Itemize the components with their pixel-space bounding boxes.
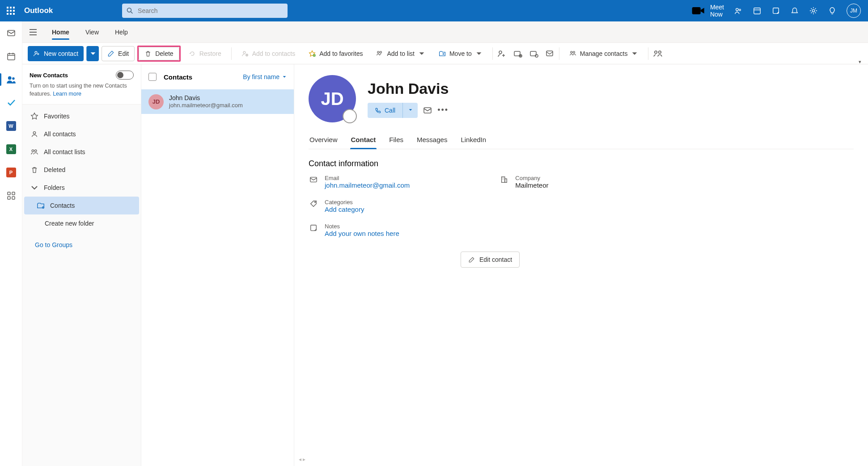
manage-contacts-button[interactable]: Manage contacts — [564, 46, 644, 61]
new-contact-dropdown[interactable] — [86, 46, 99, 61]
svg-rect-45 — [310, 177, 317, 182]
svg-rect-22 — [8, 197, 10, 199]
people-group-icon[interactable] — [653, 49, 663, 59]
go-to-groups-link[interactable]: Go to Groups — [22, 235, 141, 248]
contact-name: John Davis — [169, 94, 243, 102]
meet-now-button[interactable]: Meet Now — [691, 4, 724, 18]
sidebar-create-new-folder[interactable]: Create new folder — [24, 214, 139, 232]
contact-avatar: JD — [148, 94, 164, 109]
contact-list-pane: Contacts By first name JD John Davis joh… — [141, 64, 294, 466]
calendar-day-icon[interactable] — [753, 6, 762, 15]
sidebar-item-all-contact-lists[interactable]: All contact lists — [24, 143, 139, 161]
phone-icon — [375, 107, 381, 113]
add-notes-link[interactable]: Add your own notes here — [325, 230, 399, 237]
sort-button[interactable]: By first name — [243, 73, 287, 80]
select-all-checkbox[interactable] — [148, 73, 157, 81]
card-add-icon[interactable] — [513, 49, 522, 58]
restore-button: Restore — [183, 46, 227, 61]
trash-icon — [30, 166, 38, 174]
delete-button[interactable]: Delete — [139, 47, 179, 60]
detail-tab-contact[interactable]: Contact — [350, 136, 377, 149]
sidebar-item-all-contacts[interactable]: All contacts — [24, 125, 139, 143]
notifications-icon[interactable] — [790, 6, 799, 15]
new-contacts-toggle[interactable] — [116, 71, 134, 80]
send-mail-icon[interactable] — [423, 106, 432, 115]
rail-calendar[interactable] — [6, 51, 17, 62]
tab-view[interactable]: View — [77, 21, 107, 42]
svg-point-39 — [659, 50, 661, 53]
chevron-down-icon — [631, 50, 638, 57]
contact-list-item[interactable]: JD John Davis john.mailmeteor@gmail.com — [141, 89, 294, 114]
sidebar-item-favorites[interactable]: Favorites — [24, 107, 139, 125]
rail-mail[interactable] — [6, 28, 17, 38]
svg-point-25 — [243, 51, 246, 54]
horizontal-scroll-arrows[interactable]: ◂ ▸ — [299, 456, 305, 462]
notes-icon[interactable] — [771, 6, 780, 15]
hamburger-button[interactable] — [22, 29, 44, 35]
sidebar-item-contacts[interactable]: Contacts — [24, 197, 139, 214]
edit-contact-button[interactable]: Edit contact — [461, 252, 520, 268]
ribbon-tabs: Home View Help — [22, 21, 868, 43]
detail-tab-files[interactable]: Files — [388, 136, 404, 149]
rail-todo[interactable] — [6, 97, 17, 108]
svg-point-12 — [739, 9, 741, 11]
call-dropdown[interactable] — [402, 103, 418, 118]
add-category-link[interactable]: Add category — [325, 206, 364, 213]
add-to-list-button[interactable]: Add to list — [371, 46, 430, 61]
card-sync-icon[interactable] — [529, 49, 538, 58]
teams-icon[interactable] — [734, 6, 743, 15]
move-to-button[interactable]: Move to — [433, 46, 488, 61]
detail-tab-messages[interactable]: Messages — [416, 136, 448, 149]
svg-point-41 — [32, 150, 34, 152]
sidebar-folders-toggle[interactable]: Folders — [24, 179, 139, 197]
svg-rect-20 — [8, 192, 10, 195]
new-contact-button[interactable]: New contact — [28, 46, 84, 61]
contact-email: john.mailmeteor@gmail.com — [169, 102, 243, 109]
email-link[interactable]: john.mailmeteor@gmail.com — [325, 181, 410, 189]
add-to-favorites-button[interactable]: Add to favorites — [303, 46, 368, 61]
promo-title: New Contacts — [30, 72, 68, 79]
sidebar-item-deleted[interactable]: Deleted — [24, 161, 139, 179]
tips-icon[interactable] — [828, 6, 837, 15]
detail-avatar: JD — [309, 75, 356, 122]
folder-person-icon — [37, 202, 45, 210]
svg-point-42 — [34, 150, 37, 152]
svg-point-38 — [655, 50, 657, 53]
pencil-icon — [468, 256, 475, 263]
search-input[interactable] — [138, 7, 283, 14]
tab-help[interactable]: Help — [107, 21, 136, 42]
detail-tab-linkedin[interactable]: LinkedIn — [460, 136, 487, 149]
note-icon — [309, 224, 318, 232]
svg-point-19 — [12, 77, 15, 80]
list-title: Contacts — [164, 73, 192, 81]
tab-home[interactable]: Home — [44, 21, 77, 42]
search-icon — [127, 7, 133, 14]
svg-point-9 — [127, 8, 131, 12]
svg-rect-48 — [502, 177, 505, 183]
mail-action-icon[interactable] — [546, 49, 555, 58]
app-header: Outlook Meet Now JM — [0, 0, 868, 21]
rail-more-apps[interactable] — [6, 190, 17, 201]
info-notes: Notes Add your own notes here — [309, 223, 410, 237]
edit-button[interactable]: Edit — [102, 46, 135, 61]
search-box[interactable] — [122, 4, 288, 18]
settings-icon[interactable] — [809, 6, 818, 15]
people-add-icon[interactable] — [497, 49, 506, 58]
svg-point-37 — [573, 51, 575, 53]
app-rail: W X P — [0, 21, 22, 466]
svg-point-15 — [812, 9, 814, 12]
video-icon — [691, 4, 706, 18]
detail-tab-overview[interactable]: Overview — [309, 136, 339, 149]
rail-people[interactable] — [6, 74, 17, 85]
svg-rect-4 — [10, 10, 12, 12]
detail-name: John Davis — [368, 80, 449, 97]
rail-powerpoint[interactable]: P — [6, 167, 17, 178]
svg-rect-0 — [7, 7, 8, 8]
app-launcher-button[interactable] — [0, 0, 21, 21]
account-avatar[interactable]: JM — [847, 4, 861, 18]
rail-excel[interactable]: X — [6, 144, 17, 155]
rail-word[interactable]: W — [6, 121, 17, 131]
learn-more-link[interactable]: Learn more — [53, 91, 81, 97]
call-button[interactable]: Call — [368, 103, 402, 118]
more-actions-button[interactable]: ••• — [437, 105, 449, 115]
